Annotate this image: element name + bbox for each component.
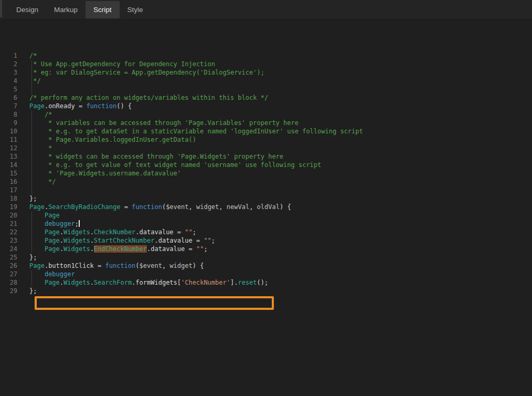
annotation-highlight-box xyxy=(35,296,274,310)
line-number: 12 xyxy=(0,144,17,152)
line-number: 17 xyxy=(0,186,17,194)
code-line-text: * xyxy=(29,144,52,152)
code-line-text: * Page.Variables.loggedInUser.getData() xyxy=(29,136,196,144)
code-line[interactable]: 26Page.button1Click = function($event, w… xyxy=(0,262,532,270)
indent-guide xyxy=(31,186,32,194)
tab-script[interactable]: Script xyxy=(86,1,120,18)
code-line-text: * Use App.getDependency for Dependency I… xyxy=(29,60,215,68)
indent-guide xyxy=(31,77,32,85)
line-number: 1 xyxy=(0,51,17,60)
code-line[interactable]: 28 Page.Widgets.SearchForm.formWidgets['… xyxy=(0,278,532,287)
code-line[interactable]: 2 * Use App.getDependency for Dependency… xyxy=(0,60,532,68)
code-line[interactable]: 20 Page xyxy=(0,211,532,220)
line-number: 23 xyxy=(0,236,17,245)
code-line[interactable]: 27 debugger xyxy=(0,270,532,278)
code-line[interactable]: 16 */ xyxy=(0,178,532,186)
line-number: 2 xyxy=(0,60,17,68)
line-number: 22 xyxy=(0,228,17,236)
code-line[interactable]: 12 * xyxy=(0,144,532,152)
code-line[interactable]: 8 /* xyxy=(0,110,532,119)
indent-guide xyxy=(31,60,32,68)
indent-guide xyxy=(31,110,32,119)
line-number: 3 xyxy=(0,68,17,77)
line-number: 18 xyxy=(0,194,17,203)
line-number: 6 xyxy=(0,93,17,102)
code-line[interactable]: 29}; xyxy=(0,287,532,295)
code-line[interactable]: 9 * variables can be accessed through 'P… xyxy=(0,119,532,127)
code-line[interactable]: 15 * 'Page.Widgets.username.datavalue' xyxy=(0,169,532,178)
code-line-text: Page xyxy=(29,211,60,220)
panel-edge xyxy=(0,0,2,17)
code-line-text: * 'Page.Widgets.username.datavalue' xyxy=(29,169,181,178)
code-line-text: * widgets can be accessed through 'Page.… xyxy=(29,152,283,161)
code-line-text: Page.Widgets.CheckNumber.datavalue = ""; xyxy=(29,228,196,236)
code-line[interactable]: 19Page.SearchByRadioChange = function($e… xyxy=(0,203,532,211)
code-line-text: Page.SearchByRadioChange = function($eve… xyxy=(29,203,291,211)
indent-guide xyxy=(31,236,32,245)
code-line[interactable]: 22 Page.Widgets.CheckNumber.datavalue = … xyxy=(0,228,532,236)
line-number: 27 xyxy=(0,270,17,278)
indent-guide xyxy=(31,161,32,169)
indent-guide xyxy=(31,127,32,136)
code-line[interactable]: 7Page.onReady = function() { xyxy=(0,102,532,110)
line-number: 14 xyxy=(0,161,17,169)
indent-guide xyxy=(31,211,32,220)
indent-guide xyxy=(31,245,32,253)
code-line-text: }; xyxy=(29,194,37,203)
code-line-text: * e.g. to get dataSet in a staticVariabl… xyxy=(29,127,363,136)
tab-bar: DesignMarkupScriptStyle xyxy=(0,0,532,20)
line-number: 28 xyxy=(0,278,17,287)
code-line[interactable]: 10 * e.g. to get dataSet in a staticVari… xyxy=(0,127,532,136)
line-number: 25 xyxy=(0,253,17,262)
code-line[interactable]: 5 xyxy=(0,85,532,93)
code-line-text: * e.g. to get value of text widget named… xyxy=(29,161,321,169)
line-number: 7 xyxy=(0,102,17,110)
line-number: 26 xyxy=(0,262,17,270)
indent-guide xyxy=(31,178,32,186)
indent-guide xyxy=(31,228,32,236)
line-number: 8 xyxy=(0,110,17,119)
line-number: 11 xyxy=(0,136,17,144)
code-line-text: }; xyxy=(29,253,37,262)
code-line[interactable]: 21 debugger; xyxy=(0,220,532,228)
code-line-text: * eg: var DialogService = App.getDepende… xyxy=(29,68,264,77)
code-line-text: Page.onReady = function() { xyxy=(29,102,132,110)
code-lines: 1/*2 * Use App.getDependency for Depende… xyxy=(0,51,532,295)
code-line-text: /* perform any action on widgets/variabl… xyxy=(29,93,268,102)
code-editor[interactable]: 1/*2 * Use App.getDependency for Depende… xyxy=(0,20,532,295)
code-line-text: /* xyxy=(29,110,52,119)
line-number: 13 xyxy=(0,152,17,161)
tab-design[interactable]: Design xyxy=(8,1,46,18)
code-line-text: * variables can be accessed through 'Pag… xyxy=(29,119,299,127)
line-number: 21 xyxy=(0,220,17,228)
code-line[interactable]: 13 * widgets can be accessed through 'Pa… xyxy=(0,152,532,161)
code-line[interactable]: 25}; xyxy=(0,253,532,262)
code-line-text: }; xyxy=(29,287,37,295)
indent-guide xyxy=(31,68,32,77)
tab-markup[interactable]: Markup xyxy=(46,1,86,18)
line-number: 5 xyxy=(0,85,17,93)
code-line[interactable]: 24 Page.Widgets.EndCheckNumber.datavalue… xyxy=(0,245,532,253)
text-cursor xyxy=(79,220,80,227)
code-line[interactable]: 14 * e.g. to get value of text widget na… xyxy=(0,161,532,169)
line-number: 10 xyxy=(0,127,17,136)
line-number: 24 xyxy=(0,245,17,253)
code-line[interactable]: 3 * eg: var DialogService = App.getDepen… xyxy=(0,68,532,77)
line-number: 16 xyxy=(0,178,17,186)
indent-guide xyxy=(31,270,32,278)
code-line-text: debugger; xyxy=(29,220,80,228)
code-line[interactable]: 11 * Page.Variables.loggedInUser.getData… xyxy=(0,136,532,144)
code-line[interactable]: 6/* perform any action on widgets/variab… xyxy=(0,93,532,102)
code-line[interactable]: 4 */ xyxy=(0,77,532,85)
code-line-text: */ xyxy=(29,178,56,186)
code-line[interactable]: 18}; xyxy=(0,194,532,203)
code-line-text: Page.Widgets.EndCheckNumber.datavalue = … xyxy=(29,245,208,253)
line-number: 20 xyxy=(0,211,17,220)
code-line[interactable]: 1/* xyxy=(0,51,532,60)
indent-guide xyxy=(31,119,32,127)
tab-style[interactable]: Style xyxy=(120,1,151,18)
code-line[interactable]: 23 Page.Widgets.StartCheckNumber.dataval… xyxy=(0,236,532,245)
indent-guide xyxy=(31,169,32,178)
code-line-text: Page.Widgets.StartCheckNumber.datavalue … xyxy=(29,236,215,245)
code-line[interactable]: 17 xyxy=(0,186,532,194)
